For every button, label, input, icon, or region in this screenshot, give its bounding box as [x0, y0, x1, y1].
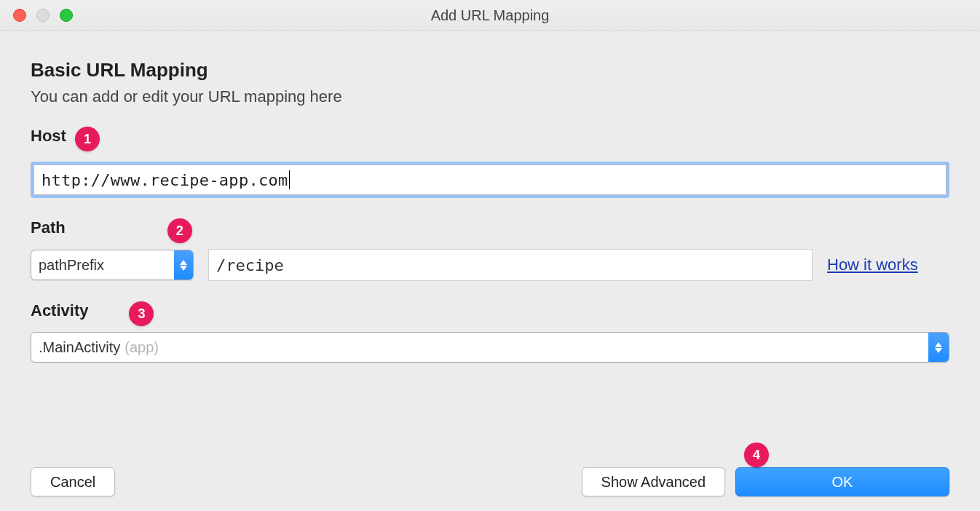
path-input-value: /recipe	[216, 256, 284, 274]
show-advanced-label: Show Advanced	[601, 474, 706, 491]
annotation-badge-1: 1	[75, 127, 100, 151]
cancel-button[interactable]: Cancel	[31, 467, 115, 496]
activity-select-secondary: (app)	[125, 339, 159, 356]
path-label: Path	[31, 218, 66, 237]
chevron-updown-icon	[928, 333, 949, 362]
activity-select[interactable]: .MainActivity (app)	[31, 332, 949, 363]
host-input-value: http://www.recipe-app.com	[42, 171, 288, 189]
svg-marker-0	[180, 260, 187, 265]
path-input[interactable]: /recipe	[208, 249, 813, 281]
page-heading: Basic URL Mapping	[31, 59, 949, 82]
ok-button[interactable]: OK	[735, 467, 949, 496]
svg-marker-2	[935, 342, 942, 347]
how-it-works-link[interactable]: How it works	[827, 256, 918, 274]
dialog-content: Basic URL Mapping You can add or edit yo…	[0, 31, 980, 363]
page-subheading: You can add or edit your URL mapping her…	[31, 87, 949, 106]
host-section: Host 1 http://www.recipe-app.com	[31, 127, 949, 198]
activity-label: Activity	[31, 301, 88, 320]
svg-marker-3	[935, 348, 942, 353]
window-title: Add URL Mapping	[0, 0, 980, 31]
host-input-focus-ring: http://www.recipe-app.com	[31, 162, 949, 198]
path-type-select[interactable]: pathPrefix	[31, 250, 194, 280]
show-advanced-button[interactable]: Show Advanced	[582, 467, 725, 496]
annotation-badge-2: 2	[167, 218, 192, 243]
chevron-updown-icon	[174, 250, 193, 280]
annotation-badge-4: 4	[744, 443, 769, 467]
host-label: Host	[31, 127, 66, 146]
text-caret	[289, 170, 290, 189]
cancel-button-label: Cancel	[50, 474, 95, 491]
dialog-button-row: Cancel Show Advanced 4 OK	[31, 467, 949, 496]
activity-section: Activity 3 .MainActivity (app)	[31, 301, 949, 363]
right-button-group: Show Advanced 4 OK	[582, 467, 949, 496]
annotation-badge-3: 3	[129, 301, 154, 326]
path-section: Path 2 pathPrefix /recipe How it works	[31, 218, 949, 281]
svg-marker-1	[180, 266, 187, 271]
titlebar: Add URL Mapping	[0, 0, 980, 31]
path-type-select-value: pathPrefix	[39, 257, 104, 274]
activity-select-value: .MainActivity	[39, 339, 120, 356]
ok-button-label: OK	[755, 474, 930, 491]
host-input[interactable]: http://www.recipe-app.com	[33, 165, 947, 195]
